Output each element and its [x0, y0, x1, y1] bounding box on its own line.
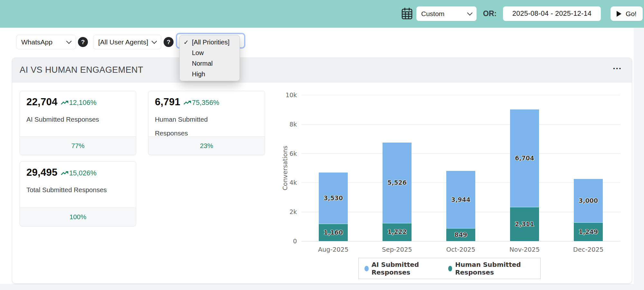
- calendar-icon: [401, 7, 413, 21]
- channel-select[interactable]: WhatsApp: [16, 35, 76, 49]
- channel-help-icon[interactable]: ?: [78, 37, 88, 47]
- top-date-bar: Custom OR: 2025-08-04 - 2025-12-14 Go!: [0, 0, 644, 28]
- priority-option[interactable]: Low: [180, 48, 240, 58]
- x-axis-line: [301, 241, 620, 241]
- bar-value-label: 1,222: [383, 228, 412, 235]
- date-preset-value: Custom: [421, 10, 444, 18]
- channel-select-value: WhatsApp: [21, 38, 52, 46]
- bar-value-label: 1,249: [574, 228, 603, 235]
- legend-label: Human Submitted Responses: [455, 261, 535, 276]
- bar-segment-ai[interactable]: 3,000: [574, 179, 603, 223]
- bar-value-label: 3,000: [574, 197, 603, 204]
- bar-segment-ai[interactable]: 6,704: [510, 109, 539, 207]
- bar-segment-ai[interactable]: 3,530: [319, 173, 348, 224]
- gridline: [301, 154, 620, 154]
- bar-segment-ai[interactable]: 5,526: [383, 143, 412, 223]
- chart: 02k4k6k8k10kConversations3,5301,160Aug-2…: [12, 58, 632, 283]
- y-axis-title: Conversations: [281, 145, 289, 190]
- y-axis-tick-label: 2k: [277, 208, 297, 215]
- priority-option[interactable]: High: [180, 69, 240, 80]
- bar-value-label: 3,944: [446, 196, 475, 203]
- bar-value-label: 2,311: [510, 220, 539, 228]
- gridline: [301, 124, 620, 125]
- y-axis-tick-label: 8k: [277, 121, 297, 128]
- legend-item[interactable]: AI Submitted Responses: [365, 261, 437, 276]
- chevron-down-icon: [467, 10, 473, 16]
- date-range-value: 2025-08-04 - 2025-12-14: [512, 10, 592, 18]
- priority-option[interactable]: Normal: [180, 58, 240, 69]
- priority-option[interactable]: ✓[All Priorities]: [180, 37, 240, 48]
- gridline: [301, 95, 620, 95]
- chart-legend: AI Submitted ResponsesHuman Submitted Re…: [358, 258, 541, 279]
- bar-value-label: 6,704: [510, 154, 539, 162]
- engagement-panel: AI VS HUMAN ENGAGEMENT ••• 22,704 12,106…: [12, 58, 632, 284]
- check-icon: ✓: [184, 37, 189, 48]
- chevron-down-icon: [66, 39, 72, 44]
- go-button[interactable]: Go!: [611, 6, 643, 21]
- legend-marker-icon: [448, 266, 452, 271]
- bar-value-label: 3,530: [319, 194, 348, 201]
- bar-segment-ai[interactable]: 3,944: [446, 171, 475, 229]
- x-axis-tick-label: Aug-2025: [306, 246, 361, 253]
- bar-value-label: 1,160: [319, 229, 348, 236]
- x-axis-tick-label: Oct-2025: [433, 246, 488, 253]
- user-agent-select[interactable]: [All User Agents]: [93, 35, 161, 49]
- dashboard-page: Custom OR: 2025-08-04 - 2025-12-14 Go! W…: [0, 0, 644, 290]
- bar-segment-human[interactable]: 1,249: [574, 223, 603, 241]
- x-axis-tick-label: Sep-2025: [370, 246, 424, 253]
- bar-value-label: 849: [446, 231, 475, 238]
- y-axis-tick-label: 0: [277, 238, 297, 245]
- bar-segment-human[interactable]: 1,160: [319, 224, 348, 241]
- bar-segment-human[interactable]: 2,311: [510, 207, 539, 241]
- user-agent-help-icon[interactable]: ?: [164, 37, 174, 47]
- x-axis-tick-label: Nov-2025: [497, 246, 552, 253]
- date-preset-select[interactable]: Custom: [416, 6, 477, 21]
- date-range-input[interactable]: 2025-08-04 - 2025-12-14: [503, 6, 601, 21]
- y-axis-tick-label: 10k: [277, 91, 297, 98]
- go-button-label: Go!: [626, 10, 637, 18]
- play-icon: [617, 11, 621, 17]
- chevron-down-icon: [152, 39, 157, 44]
- bar-segment-human[interactable]: 1,222: [383, 223, 412, 241]
- bar-segment-human[interactable]: 849: [446, 229, 475, 241]
- legend-label: AI Submitted Responses: [372, 261, 437, 276]
- legend-marker-icon: [365, 266, 369, 271]
- or-label: OR:: [483, 6, 497, 21]
- bar-value-label: 5,526: [383, 179, 412, 186]
- x-axis-tick-label: Dec-2025: [561, 246, 616, 253]
- priority-dropdown-menu: ✓[All Priorities]LowNormalHigh: [179, 35, 240, 81]
- legend-item[interactable]: Human Submitted Responses: [448, 261, 535, 276]
- user-agent-select-value: [All User Agents]: [98, 38, 148, 46]
